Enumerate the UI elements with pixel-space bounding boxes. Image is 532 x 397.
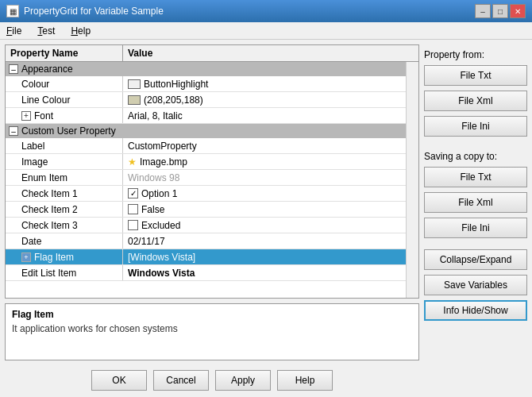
main-layout: Property Name Value – Appearance Colour: [0, 40, 532, 397]
row-colour[interactable]: Colour ButtonHighlight: [6, 76, 406, 92]
save-copy-file-xml[interactable]: File Xml: [424, 192, 527, 213]
help-button[interactable]: Help: [277, 370, 333, 391]
menu-bar: File Test Help: [0, 22, 532, 40]
prop-label-value: CustomProperty: [123, 138, 406, 153]
section-custom-label: Custom User Property: [21, 125, 116, 137]
prop-image-value: ★Image.bmp: [123, 154, 406, 169]
prop-from-file-txt[interactable]: File Txt: [424, 65, 527, 86]
prop-check2-value: False: [123, 202, 406, 217]
row-check1[interactable]: Check Item 1 ✓Option 1: [6, 186, 406, 202]
window-controls: – □ ✕: [475, 4, 526, 18]
prop-check1-value: ✓Option 1: [123, 186, 406, 201]
description-text: It application works for chosen systems: [12, 323, 412, 334]
prop-colour-name: Colour: [6, 76, 123, 91]
prop-enum-name: Enum Item: [6, 170, 123, 185]
prop-editlist-value: Windows Vista: [123, 265, 406, 280]
row-line-colour[interactable]: Line Colour (208,205,188): [6, 92, 406, 108]
col-property-name: Property Name: [6, 45, 123, 61]
prop-flag-value: [Windows Vista]: [123, 249, 406, 264]
prop-colour-value: ButtonHighlight: [123, 76, 406, 91]
prop-check1-name: Check Item 1: [6, 186, 123, 201]
colour-swatch: [128, 79, 141, 89]
row-check2[interactable]: Check Item 2 False: [6, 202, 406, 218]
section-custom[interactable]: – Custom User Property: [6, 124, 406, 138]
ok-button[interactable]: OK: [91, 370, 147, 391]
bottom-buttons: OK Cancel Apply Help: [5, 365, 419, 392]
prop-editlist-name: Edit List Item: [6, 265, 123, 280]
row-editlist[interactable]: Edit List Item Windows Vista: [6, 265, 406, 281]
description-title: Flag Item: [12, 309, 412, 320]
row-flag[interactable]: +Flag Item [Windows Vista]: [6, 249, 406, 265]
section-appearance[interactable]: – Appearance: [6, 62, 406, 76]
collapse-appearance[interactable]: –: [9, 64, 18, 74]
title-bar: ▦ PropertyGrid for Variable Sample – □ ✕: [0, 0, 532, 22]
prop-image-name: Image: [6, 154, 123, 169]
menu-help[interactable]: Help: [67, 25, 94, 37]
prop-font-name: +Font: [6, 108, 123, 123]
close-button[interactable]: ✕: [510, 4, 526, 18]
collapse-expand-button[interactable]: Collapse/Expand: [424, 249, 527, 270]
line-colour-swatch: [128, 95, 141, 105]
cancel-button[interactable]: Cancel: [153, 370, 209, 391]
expand-font[interactable]: +: [21, 111, 31, 121]
apply-button[interactable]: Apply: [215, 370, 271, 391]
col-value: Value: [123, 45, 418, 61]
collapse-custom[interactable]: –: [9, 126, 18, 136]
description-box: Flag Item It application works for chose…: [5, 303, 419, 360]
prop-label-name: Label: [6, 138, 123, 153]
check1-checkbox[interactable]: ✓: [128, 188, 138, 198]
prop-font-value: Arial, 8, Italic: [123, 108, 406, 123]
image-star-icon: ★: [128, 156, 137, 168]
check3-checkbox[interactable]: [128, 220, 138, 230]
grid-body: – Appearance Colour ButtonHighlight Line…: [6, 62, 406, 298]
section-appearance-label: Appearance: [21, 64, 73, 75]
window-title: PropertyGrid for Variable Sample: [24, 6, 164, 17]
property-grid: Property Name Value – Appearance Colour: [5, 44, 419, 299]
row-enum[interactable]: Enum Item Windows 98: [6, 170, 406, 186]
prop-from-file-xml[interactable]: File Xml: [424, 91, 527, 111]
prop-from-file-ini[interactable]: File Ini: [424, 116, 527, 137]
info-hide-show-button[interactable]: Info Hide/Show: [424, 300, 527, 321]
prop-line-colour-value: (208,205,188): [123, 92, 406, 107]
save-variables-button[interactable]: Save Variables: [424, 275, 527, 295]
prop-check2-name: Check Item 2: [6, 202, 123, 217]
prop-flag-name: +Flag Item: [6, 249, 123, 264]
minimize-button[interactable]: –: [475, 4, 491, 18]
row-label[interactable]: Label CustomProperty: [6, 138, 406, 154]
saving-copy-label: Saving a copy to:: [424, 151, 527, 162]
maximize-button[interactable]: □: [492, 4, 508, 18]
check2-checkbox[interactable]: [128, 204, 138, 214]
expand-flag[interactable]: +: [21, 252, 31, 262]
prop-date-name: Date: [6, 233, 123, 249]
row-font[interactable]: +Font Arial, 8, Italic: [6, 108, 406, 124]
prop-check3-value: Excluded: [123, 218, 406, 233]
save-copy-file-ini[interactable]: File Ini: [424, 218, 527, 238]
menu-test[interactable]: Test: [34, 25, 58, 37]
prop-date-value: 02/11/17: [123, 233, 406, 249]
menu-file[interactable]: File: [3, 25, 25, 37]
save-copy-file-txt[interactable]: File Txt: [424, 167, 527, 187]
row-image[interactable]: Image ★Image.bmp: [6, 154, 406, 170]
right-panel: Property from: File Txt File Xml File In…: [424, 44, 527, 392]
prop-line-colour-name: Line Colour: [6, 92, 123, 107]
grid-header: Property Name Value: [6, 45, 418, 62]
left-panel: Property Name Value – Appearance Colour: [5, 44, 419, 392]
row-check3[interactable]: Check Item 3 Excluded: [6, 218, 406, 233]
prop-check3-name: Check Item 3: [6, 218, 123, 233]
app-icon: ▦: [6, 5, 19, 17]
row-date[interactable]: Date 02/11/17: [6, 233, 406, 249]
prop-enum-value: Windows 98: [123, 170, 406, 185]
property-from-label: Property from:: [424, 49, 527, 60]
scrollbar[interactable]: [406, 62, 418, 298]
